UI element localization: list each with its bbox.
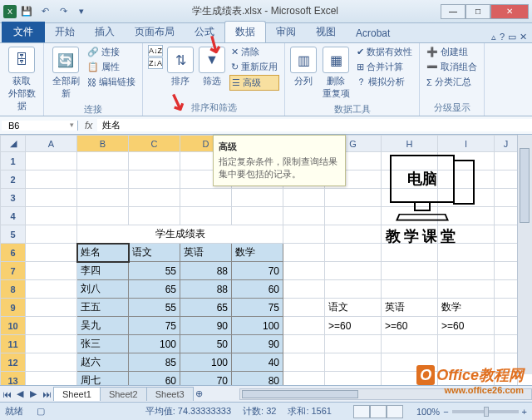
row-header[interactable]: 5	[1, 225, 26, 244]
cell[interactable]: 姓名	[77, 244, 129, 262]
col-header[interactable]: H	[382, 136, 438, 152]
status-record-icon[interactable]: ▢	[37, 406, 45, 417]
edit-links-button[interactable]: ⛓编辑链接	[86, 75, 137, 89]
cell[interactable]: 数学	[232, 244, 283, 262]
sheet-nav-first-icon[interactable]: ⏮	[0, 389, 13, 399]
row-header[interactable]: 8	[1, 280, 26, 299]
cell[interactable]: 李四	[77, 262, 129, 280]
cell[interactable]: 40	[232, 353, 283, 372]
redo-icon[interactable]: ↷	[55, 3, 71, 20]
data-validation-button[interactable]: ✔数据有效性	[355, 45, 414, 59]
table-title[interactable]: 学生成绩表	[77, 225, 283, 244]
get-external-data-button[interactable]: 🗄 获取 外部数据	[5, 45, 38, 114]
cell[interactable]: 50	[180, 335, 232, 353]
tab-layout[interactable]: 页面布局	[125, 22, 185, 42]
close-workbook-icon[interactable]: ✕	[520, 32, 527, 42]
cell[interactable]: 数学	[438, 299, 495, 317]
cell[interactable]: 75	[129, 317, 180, 335]
sort-asc-button[interactable]: A↓Z	[148, 45, 163, 57]
new-sheet-icon[interactable]: ⊕	[193, 388, 206, 399]
sheet-tab[interactable]: Sheet1	[53, 387, 101, 401]
sheet-nav-prev-icon[interactable]: ◀	[13, 388, 27, 399]
cell[interactable]: 65	[180, 299, 232, 317]
cell[interactable]: 55	[129, 262, 180, 280]
restore-window-icon[interactable]: ▭	[508, 32, 516, 42]
cell[interactable]: 55	[129, 299, 180, 317]
cell[interactable]: >=60	[382, 317, 438, 335]
normal-view-button[interactable]	[353, 405, 370, 418]
tab-insert[interactable]: 插入	[85, 22, 125, 42]
row-header[interactable]: 2	[1, 170, 26, 189]
tab-view[interactable]: 视图	[306, 22, 346, 42]
sort-desc-button[interactable]: Z↓A	[148, 57, 163, 69]
cell[interactable]: 语文	[325, 299, 382, 317]
row-header[interactable]: 9	[1, 299, 26, 317]
tab-acrobat[interactable]: Acrobat	[346, 24, 400, 42]
col-header[interactable]: I	[438, 136, 495, 152]
row-header[interactable]: 1	[1, 152, 26, 170]
clear-filter-button[interactable]: ✕清除	[229, 45, 279, 59]
cell[interactable]: 70	[232, 262, 283, 280]
vertical-scrollbar[interactable]	[517, 135, 532, 374]
close-button[interactable]: ✕	[490, 4, 529, 19]
cell[interactable]: 90	[180, 317, 232, 335]
save-icon[interactable]: 💾	[18, 3, 35, 20]
tab-data[interactable]: 数据	[224, 21, 266, 42]
properties-button[interactable]: 📋属性	[86, 60, 137, 74]
cell[interactable]: 英语	[382, 299, 438, 317]
col-header[interactable]: B	[77, 136, 129, 152]
col-header[interactable]: C	[129, 136, 180, 152]
sheet-tab[interactable]: Sheet3	[146, 387, 194, 401]
group-button[interactable]: ➕创建组	[425, 45, 479, 59]
row-header[interactable]: 3	[1, 189, 26, 207]
tab-formula[interactable]: 公式	[185, 22, 224, 42]
cell[interactable]: 90	[232, 335, 283, 353]
row-header[interactable]: 6	[1, 244, 26, 262]
row-header[interactable]: 12	[1, 353, 26, 372]
scroll-thumb[interactable]	[242, 390, 358, 398]
text-to-columns-button[interactable]: ▥ 分列	[290, 45, 317, 89]
cell[interactable]: 刘八	[77, 280, 129, 299]
undo-icon[interactable]: ↶	[37, 3, 53, 20]
minimize-ribbon-icon[interactable]: ▵	[491, 32, 496, 42]
help-icon[interactable]: ?	[500, 32, 505, 42]
cell[interactable]: 60	[232, 280, 283, 299]
filter-button[interactable]: ▼ 筛选	[198, 45, 226, 89]
maximize-button[interactable]: □	[466, 4, 490, 19]
refresh-all-button[interactable]: 🔄 全部刷新	[49, 45, 82, 101]
fx-icon[interactable]: fx	[80, 120, 97, 131]
cell[interactable]: 吴九	[77, 317, 129, 335]
remove-duplicates-button[interactable]: ▦ 删除 重复项	[320, 45, 352, 101]
reapply-filter-button[interactable]: ↻重新应用	[229, 60, 279, 74]
zoom-control[interactable]: 100% − +	[416, 407, 527, 417]
cell[interactable]: 75	[232, 299, 283, 317]
cell[interactable]: 65	[129, 280, 180, 299]
page-layout-view-button[interactable]	[370, 405, 387, 418]
cell[interactable]: 王五	[77, 299, 129, 317]
sheet-tab[interactable]: Sheet2	[100, 387, 147, 401]
consolidate-button[interactable]: ⊞合并计算	[355, 60, 414, 74]
qat-dropdown-icon[interactable]: ▾	[73, 3, 90, 20]
tab-home[interactable]: 开始	[45, 22, 85, 42]
cell[interactable]: 语文	[129, 244, 180, 262]
cell[interactable]: 100	[129, 335, 180, 353]
row-header[interactable]: 10	[1, 317, 26, 335]
sheet-nav-last-icon[interactable]: ⏭	[40, 389, 53, 399]
zoom-out-icon[interactable]: −	[443, 407, 448, 417]
subtotal-button[interactable]: Σ分类汇总	[425, 75, 479, 89]
ungroup-button[interactable]: ➖取消组合	[425, 60, 479, 74]
cell[interactable]: 英语	[180, 244, 232, 262]
sort-button[interactable]: ⇅ 排序	[166, 45, 195, 89]
sheet-nav-next-icon[interactable]: ▶	[27, 388, 40, 399]
zoom-in-icon[interactable]: +	[522, 407, 527, 417]
row-header[interactable]: 4	[1, 207, 26, 225]
row-header[interactable]: 11	[1, 335, 26, 353]
connections-button[interactable]: 🔗连接	[86, 45, 137, 59]
cell[interactable]: 85	[129, 353, 180, 372]
cell[interactable]: 100	[180, 353, 232, 372]
minimize-button[interactable]: —	[441, 4, 466, 19]
cell[interactable]: >=60	[438, 317, 495, 335]
tab-file[interactable]: 文件	[2, 22, 45, 42]
cell[interactable]: 赵六	[77, 353, 129, 372]
whatif-button[interactable]: ？模拟分析	[355, 75, 414, 89]
